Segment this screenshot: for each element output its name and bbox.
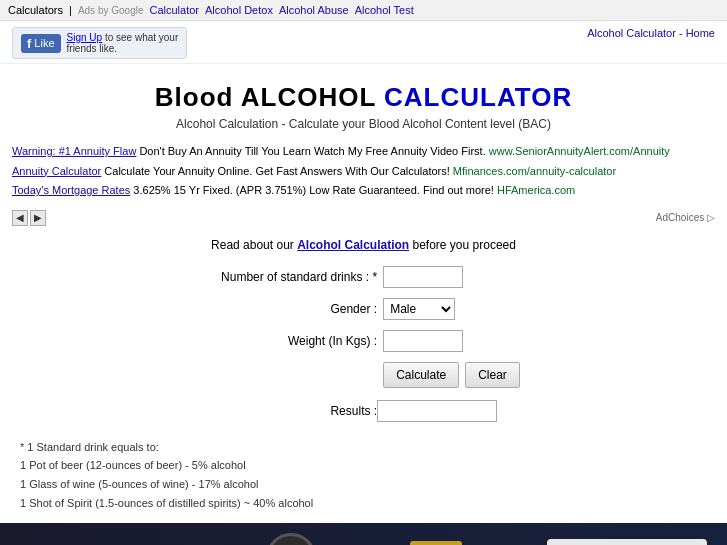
ad-url-2: Mfinances.com/annuity-calculator: [453, 165, 616, 177]
ad-row-3: Today's Mortgage Rates 3.625% 15 Yr Fixe…: [12, 182, 715, 200]
results-row: Results :: [207, 400, 520, 422]
stay-safe-text: STAY SAFE: [20, 542, 181, 545]
read-about-pre: Read about our: [211, 238, 297, 252]
ad-text-3: 3.625% 15 Yr Fixed. (APR 3.751%) Low Rat…: [133, 184, 497, 196]
calc-form: Number of standard drinks : * Gender : M…: [207, 266, 520, 422]
like-label: Like: [34, 37, 54, 49]
drinks-input[interactable]: [383, 266, 463, 288]
nav-alcohol-detox[interactable]: Alcohol Detox: [205, 4, 273, 16]
gender-select-wrap: Male Female: [383, 298, 455, 320]
calculators-label: Calculators: [8, 4, 63, 16]
like-button[interactable]: f Like: [21, 34, 61, 53]
notes-section: * 1 Standard drink equals to: 1 Pot of b…: [0, 432, 727, 523]
weight-row: Weight (In Kgs) :: [207, 330, 520, 352]
gender-label: Gender :: [207, 302, 377, 316]
ad-arrows: ◀ ▶: [12, 210, 46, 226]
header-bar: f Like Sign Up to see what yourfriends l…: [0, 21, 727, 64]
notes-line3: 1 Glass of wine (5-ounces of wine) - 17%…: [20, 475, 707, 494]
calc-section: Read about our Alcohol Calculation befor…: [0, 228, 727, 432]
home-link[interactable]: Alcohol Calculator - Home: [587, 27, 715, 39]
title-blue: CALCULATOR: [384, 82, 572, 112]
breathalyzer-device: 0.02: [266, 533, 326, 545]
ad-nav: ◀ ▶ AdChoices ▷: [0, 208, 727, 228]
read-about-post: before you proceed: [409, 238, 516, 252]
ad-section: Warning: #1 Annuity Flaw Don't Buy An An…: [0, 137, 727, 208]
main-title-section: Blood ALCOHOL CALCULATOR Alcohol Calcula…: [0, 64, 727, 137]
nav-alcohol-abuse[interactable]: Alcohol Abuse: [279, 4, 349, 16]
weight-input[interactable]: [383, 330, 463, 352]
btn-row: Calculate Clear: [383, 362, 520, 388]
ad-row-2: Annuity Calculator Calculate Your Annuit…: [12, 163, 715, 181]
ad-text-2: Calculate Your Annuity Online. Get Fast …: [104, 165, 453, 177]
ads-label: Ads by Google: [78, 5, 144, 16]
read-about: Read about our Alcohol Calculation befor…: [20, 238, 707, 252]
like-box: f Like Sign Up to see what yourfriends l…: [12, 27, 187, 59]
calculate-button[interactable]: Calculate: [383, 362, 459, 388]
ad-link-1[interactable]: Warning: #1 Annuity Flaw: [12, 145, 136, 157]
gender-select[interactable]: Male Female: [384, 299, 454, 319]
weight-label: Weight (In Kgs) :: [207, 334, 377, 348]
clear-button[interactable]: Clear: [465, 362, 520, 388]
ad-next-button[interactable]: ▶: [30, 210, 46, 226]
notes-line4: 1 Shot of Spirit (1.5-ounces of distille…: [20, 494, 707, 513]
nav-alcohol-test[interactable]: Alcohol Test: [355, 4, 414, 16]
notes-line2: 1 Pot of beer (12-ounces of beer) - 5% a…: [20, 456, 707, 475]
results-input[interactable]: [377, 400, 497, 422]
title-black: Blood ALCOHOL: [155, 82, 384, 112]
ad-link-3[interactable]: Today's Mortgage Rates: [12, 184, 130, 196]
like-text: Sign Up to see what yourfriends like.: [67, 32, 179, 54]
adchoices: AdChoices ▷: [656, 212, 715, 223]
bottom-ad-left: STAY SAFE Buy a personal breathalyzer: [20, 542, 181, 545]
top-nav: Calculators | Ads by Google Calculator A…: [0, 0, 727, 21]
ad-text-1: Don't Buy An Annuity Till You Learn Watc…: [139, 145, 488, 157]
fb-logo: f: [27, 36, 31, 51]
price-badge: Priced from $49-199: [410, 541, 462, 545]
subtitle: Alcohol Calculation - Calculate your Blo…: [20, 117, 707, 131]
drinks-label: Number of standard drinks : *: [207, 270, 377, 284]
results-label: Results :: [207, 404, 377, 418]
drinks-row: Number of standard drinks : *: [207, 266, 520, 288]
ad-url-1: www.SeniorAnnuityAlert.com/Annuity: [489, 145, 670, 157]
bottom-ad-banner[interactable]: STAY SAFE Buy a personal breathalyzer 0.…: [0, 523, 727, 545]
alcohol-calculation-link[interactable]: Alcohol Calculation: [297, 238, 409, 252]
breathalyzer-logo[interactable]: SHOP NOW AT breathalyzer.net: [547, 539, 707, 545]
gender-row: Gender : Male Female: [207, 298, 520, 320]
ad-link-2[interactable]: Annuity Calculator: [12, 165, 101, 177]
ad-row-1: Warning: #1 Annuity Flaw Don't Buy An An…: [12, 143, 715, 161]
nav-sep: |: [69, 4, 72, 16]
device-circle: 0.02: [266, 533, 316, 545]
nav-calculator[interactable]: Calculator: [150, 4, 200, 16]
main-title: Blood ALCOHOL CALCULATOR: [20, 82, 707, 113]
signup-link[interactable]: Sign Up: [67, 32, 103, 43]
notes-line1: * 1 Standard drink equals to:: [20, 438, 707, 457]
ad-prev-button[interactable]: ◀: [12, 210, 28, 226]
ad-url-3: HFAmerica.com: [497, 184, 575, 196]
